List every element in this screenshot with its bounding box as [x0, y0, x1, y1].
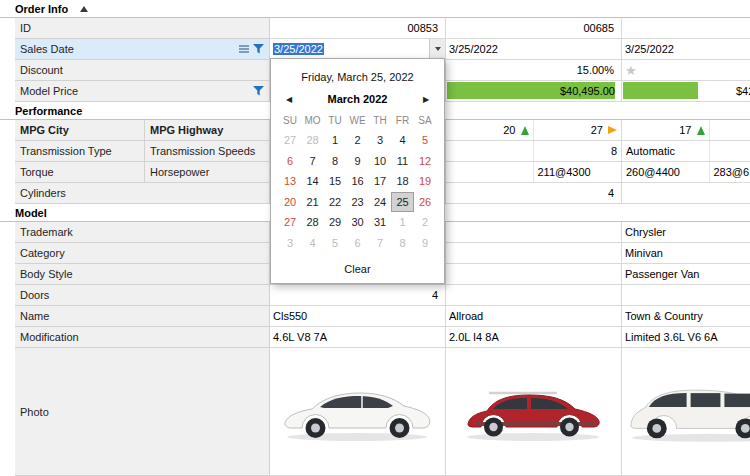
calendar-day[interactable]: 13 [279, 171, 302, 192]
calendar-day[interactable]: 31 [369, 212, 392, 233]
calendar-day[interactable]: 7 [301, 151, 324, 172]
cell-transmission-r3[interactable]: Automatic [622, 141, 750, 162]
calendar-day[interactable]: 28 [301, 130, 324, 151]
cell-category-r2[interactable] [446, 243, 622, 264]
calendar-clear-button[interactable]: Clear [277, 253, 438, 279]
cell-discount-r3[interactable]: ★ [622, 60, 750, 81]
cell-transmission-r2[interactable]: 8 [446, 141, 622, 162]
cell-trademark-r2[interactable] [446, 222, 622, 243]
band-order-info[interactable]: Order Info [0, 0, 750, 18]
calendar-day[interactable]: 3 [279, 233, 302, 254]
calendar-day[interactable]: 19 [414, 171, 437, 192]
calendar-day[interactable]: 8 [391, 233, 414, 254]
calendar-day[interactable]: 6 [346, 233, 369, 254]
calendar-prev-month-button[interactable]: ◀ [281, 95, 297, 104]
row-header-trademark[interactable]: Trademark [15, 222, 270, 243]
row-header-mpg-highway[interactable]: MPG Highway [145, 120, 270, 141]
calendar-day[interactable]: 10 [369, 151, 392, 172]
calendar-day[interactable]: 1 [391, 212, 414, 233]
cell-model-price-r2[interactable]: $40,495.00 [446, 81, 622, 102]
calendar-day[interactable]: 15 [324, 171, 347, 192]
row-header-category[interactable]: Category [15, 243, 270, 264]
cell-sales-date-r2[interactable]: 3/25/2022 [446, 39, 622, 60]
cell-cylinders-r3[interactable] [622, 183, 750, 204]
cell-torque-r3[interactable]: 260@4400 283@6 [622, 162, 750, 183]
calendar-day[interactable]: 16 [346, 171, 369, 192]
calendar-day[interactable]: 5 [324, 233, 347, 254]
cell-modification-r3[interactable]: Limited 3.6L V6 6A [622, 327, 750, 348]
cell-category-r3[interactable]: Minivan [622, 243, 750, 264]
row-header-doors[interactable]: Doors [15, 285, 270, 306]
calendar-day[interactable]: 4 [301, 233, 324, 254]
row-header-modification[interactable]: Modification [15, 327, 270, 348]
cell-photo-r1[interactable] [270, 348, 446, 476]
cell-id-r1[interactable]: 00853 [270, 18, 446, 39]
cell-modification-r1[interactable]: 4.6L V8 7A [270, 327, 446, 348]
cell-modification-r2[interactable]: 2.0L I4 8A [446, 327, 622, 348]
cell-mpg-r2[interactable]: 20 27 [446, 120, 622, 141]
calendar-day[interactable]: 1 [324, 130, 347, 151]
calendar-day[interactable]: 17 [369, 171, 392, 192]
cell-model-price-r3[interactable]: $42 [622, 81, 750, 102]
cell-body-style-r2[interactable] [446, 264, 622, 285]
filter-icon[interactable] [253, 86, 264, 96]
cell-torque-r2[interactable]: 211@4300 [446, 162, 622, 183]
cell-doors-r2[interactable] [446, 285, 622, 306]
calendar-day[interactable]: 5 [414, 130, 437, 151]
cell-name-r3[interactable]: Town & Country [622, 306, 750, 327]
row-header-name[interactable]: Name [15, 306, 270, 327]
calendar-day[interactable]: 11 [391, 151, 414, 172]
cell-doors-r1[interactable]: 4 [270, 285, 446, 306]
calendar-day[interactable]: 20 [279, 192, 302, 213]
row-header-discount[interactable]: Discount [15, 60, 270, 81]
calendar-day-selected[interactable]: 25 [391, 192, 414, 213]
calendar-day[interactable]: 12 [414, 151, 437, 172]
calendar-next-month-button[interactable]: ▶ [418, 95, 434, 104]
calendar-day[interactable]: 7 [369, 233, 392, 254]
calendar-day[interactable]: 9 [414, 233, 437, 254]
row-header-id[interactable]: ID [15, 18, 270, 39]
calendar-day[interactable]: 23 [346, 192, 369, 213]
date-dropdown-button[interactable] [429, 39, 445, 59]
calendar-day[interactable]: 18 [391, 171, 414, 192]
calendar-day[interactable]: 21 [301, 192, 324, 213]
calendar-day[interactable]: 27 [279, 130, 302, 151]
cell-trademark-r3[interactable]: Chrysler [622, 222, 750, 243]
cell-photo-r2[interactable] [446, 348, 622, 476]
calendar-day[interactable]: 29 [324, 212, 347, 233]
calendar-day[interactable]: 6 [279, 151, 302, 172]
calendar-day[interactable]: 14 [301, 171, 324, 192]
row-header-photo[interactable]: Photo [15, 348, 270, 476]
calendar-day[interactable]: 28 [301, 212, 324, 233]
row-header-cylinders[interactable]: Cylinders [15, 183, 270, 204]
calendar-day[interactable]: 3 [369, 130, 392, 151]
calendar-day[interactable]: 9 [346, 151, 369, 172]
calendar-day[interactable]: 8 [324, 151, 347, 172]
calendar-day[interactable]: 26 [414, 192, 437, 213]
row-header-transmission-speeds[interactable]: Transmission Speeds [145, 141, 270, 162]
calendar-month-label[interactable]: March 2022 [297, 93, 418, 105]
calendar-day[interactable]: 22 [324, 192, 347, 213]
cell-id-r3[interactable] [622, 18, 750, 39]
calendar-day[interactable]: 2 [414, 212, 437, 233]
cell-discount-r2[interactable]: 15.00% [446, 60, 622, 81]
cell-doors-r3[interactable] [622, 285, 750, 306]
calendar-day[interactable]: 2 [346, 130, 369, 151]
calendar-day[interactable]: 30 [346, 212, 369, 233]
row-header-mpg-city[interactable]: MPG City [15, 120, 145, 141]
band-collapse-icon[interactable] [80, 6, 88, 12]
row-header-model-price[interactable]: Model Price [15, 81, 270, 102]
cell-photo-r3[interactable] [622, 348, 750, 476]
cell-name-r1[interactable]: Cls550 [270, 306, 446, 327]
row-header-torque[interactable]: Torque [15, 162, 145, 183]
row-header-body-style[interactable]: Body Style [15, 264, 270, 285]
cell-mpg-r3[interactable]: 17 [622, 120, 750, 141]
cell-cylinders-r2[interactable]: 4 [446, 183, 622, 204]
calendar-day[interactable]: 27 [279, 212, 302, 233]
cell-sales-date-editor[interactable]: 3/25/2022 [270, 39, 446, 60]
row-header-sales-date[interactable]: Sales Date [15, 39, 270, 60]
filter-icon[interactable] [253, 44, 264, 54]
row-menu-icon[interactable] [239, 44, 249, 55]
cell-id-r2[interactable]: 00685 [446, 18, 622, 39]
cell-name-r2[interactable]: Allroad [446, 306, 622, 327]
